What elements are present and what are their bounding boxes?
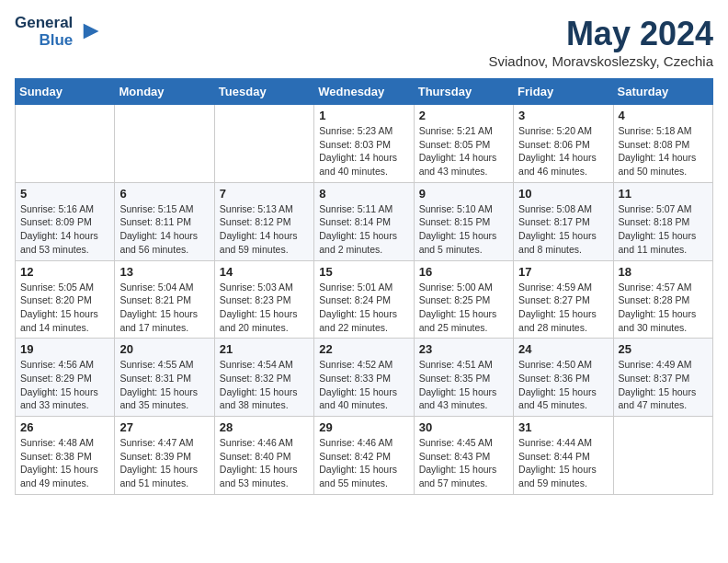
table-row: 19Sunrise: 4:56 AM Sunset: 8:29 PM Dayli… — [16, 339, 115, 417]
day-info: Sunrise: 5:01 AM Sunset: 8:24 PM Dayligh… — [319, 281, 408, 335]
table-row — [16, 105, 115, 183]
day-info: Sunrise: 5:00 AM Sunset: 8:25 PM Dayligh… — [419, 281, 508, 335]
day-info: Sunrise: 4:44 AM Sunset: 8:44 PM Dayligh… — [518, 436, 608, 490]
table-row: 14Sunrise: 5:03 AM Sunset: 8:23 PM Dayli… — [214, 260, 313, 339]
table-row: 20Sunrise: 4:55 AM Sunset: 8:31 PM Dayli… — [115, 339, 214, 417]
day-number: 4 — [619, 109, 708, 122]
day-info: Sunrise: 4:48 AM Sunset: 8:38 PM Dayligh… — [20, 436, 109, 490]
col-thursday: Thursday — [414, 79, 513, 105]
day-info: Sunrise: 4:46 AM Sunset: 8:40 PM Dayligh… — [220, 436, 309, 490]
day-info: Sunrise: 5:07 AM Sunset: 8:18 PM Dayligh… — [619, 202, 708, 257]
day-info: Sunrise: 4:46 AM Sunset: 8:42 PM Dayligh… — [319, 436, 408, 490]
table-row: 1Sunrise: 5:23 AM Sunset: 8:03 PM Daylig… — [314, 105, 414, 183]
table-row: 11Sunrise: 5:07 AM Sunset: 8:18 PM Dayli… — [613, 182, 712, 260]
day-info: Sunrise: 5:08 AM Sunset: 8:17 PM Dayligh… — [518, 202, 608, 257]
day-number: 12 — [20, 265, 109, 279]
logo-blue: Blue — [39, 32, 73, 50]
table-row: 25Sunrise: 4:49 AM Sunset: 8:37 PM Dayli… — [613, 339, 712, 417]
table-row: 16Sunrise: 5:00 AM Sunset: 8:25 PM Dayli… — [414, 260, 513, 339]
title-block: May 2024 Sviadnov, Moravskoslezsky, Czec… — [488, 15, 713, 69]
day-number: 27 — [119, 420, 209, 434]
day-info: Sunrise: 5:21 AM Sunset: 8:05 PM Dayligh… — [419, 124, 508, 178]
day-number: 15 — [319, 265, 408, 279]
table-row — [115, 105, 214, 183]
day-info: Sunrise: 4:49 AM Sunset: 8:37 PM Dayligh… — [619, 358, 708, 412]
calendar-week-row: 26Sunrise: 4:48 AM Sunset: 8:38 PM Dayli… — [16, 417, 713, 495]
header: General Blue ► May 2024 Sviadnov, Moravs… — [15, 15, 713, 69]
day-number: 28 — [220, 420, 309, 434]
day-number: 7 — [220, 187, 309, 201]
day-number: 25 — [619, 342, 708, 356]
day-info: Sunrise: 5:16 AM Sunset: 8:09 PM Dayligh… — [20, 202, 109, 257]
table-row: 18Sunrise: 4:57 AM Sunset: 8:28 PM Dayli… — [613, 260, 712, 339]
day-info: Sunrise: 4:45 AM Sunset: 8:43 PM Dayligh… — [419, 436, 508, 490]
table-row — [613, 417, 712, 495]
table-row: 8Sunrise: 5:11 AM Sunset: 8:14 PM Daylig… — [314, 182, 414, 260]
table-row: 4Sunrise: 5:18 AM Sunset: 8:08 PM Daylig… — [613, 105, 712, 183]
table-row: 31Sunrise: 4:44 AM Sunset: 8:44 PM Dayli… — [514, 417, 613, 495]
day-number: 18 — [619, 265, 708, 279]
col-sunday: Sunday — [16, 79, 115, 105]
day-info: Sunrise: 4:57 AM Sunset: 8:28 PM Dayligh… — [619, 281, 708, 335]
subtitle: Sviadnov, Moravskoslezsky, Czechia — [488, 53, 713, 69]
table-row: 13Sunrise: 5:04 AM Sunset: 8:21 PM Dayli… — [115, 260, 214, 339]
day-info: Sunrise: 4:52 AM Sunset: 8:33 PM Dayligh… — [319, 358, 408, 412]
day-number: 8 — [319, 187, 408, 201]
col-monday: Monday — [115, 79, 214, 105]
day-info: Sunrise: 5:15 AM Sunset: 8:11 PM Dayligh… — [119, 202, 209, 257]
day-number: 19 — [20, 342, 109, 356]
day-number: 9 — [419, 187, 508, 201]
day-number: 11 — [619, 187, 708, 201]
day-number: 29 — [319, 420, 408, 434]
day-info: Sunrise: 4:56 AM Sunset: 8:29 PM Dayligh… — [20, 358, 109, 412]
day-info: Sunrise: 5:23 AM Sunset: 8:03 PM Dayligh… — [319, 124, 408, 178]
day-info: Sunrise: 5:18 AM Sunset: 8:08 PM Dayligh… — [619, 124, 708, 178]
day-info: Sunrise: 5:05 AM Sunset: 8:20 PM Dayligh… — [20, 281, 109, 335]
table-row: 12Sunrise: 5:05 AM Sunset: 8:20 PM Dayli… — [16, 260, 115, 339]
day-info: Sunrise: 5:13 AM Sunset: 8:12 PM Dayligh… — [220, 202, 309, 257]
day-number: 21 — [220, 342, 309, 356]
day-number: 24 — [518, 342, 608, 356]
logo-bird-icon: ► — [78, 16, 104, 45]
day-number: 6 — [119, 187, 209, 201]
table-row: 23Sunrise: 4:51 AM Sunset: 8:35 PM Dayli… — [414, 339, 513, 417]
calendar-header-row: Sunday Monday Tuesday Wednesday Thursday… — [16, 79, 713, 105]
table-row: 26Sunrise: 4:48 AM Sunset: 8:38 PM Dayli… — [16, 417, 115, 495]
table-row: 17Sunrise: 4:59 AM Sunset: 8:27 PM Dayli… — [514, 260, 613, 339]
col-saturday: Saturday — [613, 79, 712, 105]
table-row — [214, 105, 313, 183]
day-number: 2 — [419, 109, 508, 122]
day-number: 22 — [319, 342, 408, 356]
table-row: 2Sunrise: 5:21 AM Sunset: 8:05 PM Daylig… — [414, 105, 513, 183]
day-info: Sunrise: 4:47 AM Sunset: 8:39 PM Dayligh… — [119, 436, 209, 490]
table-row: 24Sunrise: 4:50 AM Sunset: 8:36 PM Dayli… — [514, 339, 613, 417]
calendar-week-row: 12Sunrise: 5:05 AM Sunset: 8:20 PM Dayli… — [16, 260, 713, 339]
day-number: 17 — [518, 265, 608, 279]
day-info: Sunrise: 4:54 AM Sunset: 8:32 PM Dayligh… — [220, 358, 309, 412]
table-row: 27Sunrise: 4:47 AM Sunset: 8:39 PM Dayli… — [115, 417, 214, 495]
day-info: Sunrise: 4:51 AM Sunset: 8:35 PM Dayligh… — [419, 358, 508, 412]
table-row: 3Sunrise: 5:20 AM Sunset: 8:06 PM Daylig… — [514, 105, 613, 183]
table-row: 9Sunrise: 5:10 AM Sunset: 8:15 PM Daylig… — [414, 182, 513, 260]
col-wednesday: Wednesday — [314, 79, 414, 105]
day-number: 3 — [518, 109, 608, 122]
table-row: 7Sunrise: 5:13 AM Sunset: 8:12 PM Daylig… — [214, 182, 313, 260]
logo-general: General — [15, 15, 73, 32]
page: General Blue ► May 2024 Sviadnov, Moravs… — [0, 0, 728, 510]
day-number: 23 — [419, 342, 508, 356]
table-row: 29Sunrise: 4:46 AM Sunset: 8:42 PM Dayli… — [314, 417, 414, 495]
calendar-week-row: 1Sunrise: 5:23 AM Sunset: 8:03 PM Daylig… — [16, 105, 713, 183]
day-info: Sunrise: 5:10 AM Sunset: 8:15 PM Dayligh… — [419, 202, 508, 257]
day-number: 31 — [518, 420, 608, 434]
table-row: 30Sunrise: 4:45 AM Sunset: 8:43 PM Dayli… — [414, 417, 513, 495]
logo: General Blue ► — [15, 15, 104, 49]
day-info: Sunrise: 4:55 AM Sunset: 8:31 PM Dayligh… — [119, 358, 209, 412]
day-info: Sunrise: 5:04 AM Sunset: 8:21 PM Dayligh… — [119, 281, 209, 335]
day-number: 20 — [119, 342, 209, 356]
table-row: 15Sunrise: 5:01 AM Sunset: 8:24 PM Dayli… — [314, 260, 414, 339]
calendar-week-row: 19Sunrise: 4:56 AM Sunset: 8:29 PM Dayli… — [16, 339, 713, 417]
day-info: Sunrise: 5:03 AM Sunset: 8:23 PM Dayligh… — [220, 281, 309, 335]
day-number: 30 — [419, 420, 508, 434]
day-number: 16 — [419, 265, 508, 279]
day-info: Sunrise: 5:20 AM Sunset: 8:06 PM Dayligh… — [518, 124, 608, 178]
